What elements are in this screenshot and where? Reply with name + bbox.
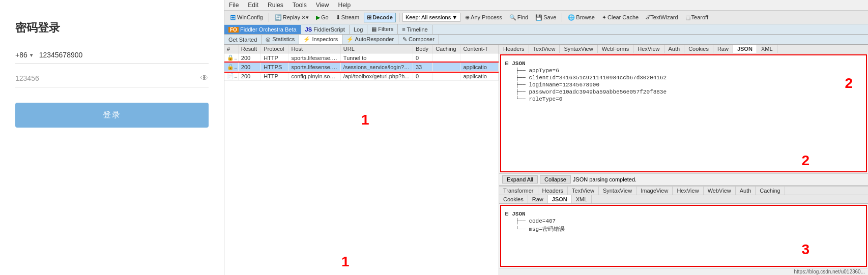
menu-tools[interactable]: Tools [291,1,308,9]
col-header-body: Body [413,45,432,53]
browse-button[interactable]: 🌐 Browse [565,13,597,22]
session-id: 📄 3 [224,72,238,81]
stream-button[interactable]: ⬇ Stream [333,13,362,22]
menu-view[interactable]: View [314,1,331,9]
inspector-bottom-tab-bar-1: Transformer Headers TextView SyntaxView … [499,187,868,195]
tab-get-started[interactable]: Get Started [224,35,262,44]
collapse-button[interactable]: Collapse [540,175,571,184]
fo-icon: FO [228,27,239,33]
json-item-password: ├── password=e10adc3949ba59abbe56e057f20… [505,88,862,96]
tab-headers-bottom[interactable]: Headers [538,187,568,195]
tab-syntaxview[interactable]: SyntaxView [560,45,597,53]
session-caching [433,72,460,81]
json-item-loginname: ├── loginName=12345678900 [505,81,862,88]
tab-json-bottom[interactable]: JSON [548,195,572,203]
menu-edit[interactable]: Edit [246,1,260,9]
autoresponder-icon: ⚡ [346,36,354,42]
any-process-button[interactable]: ⊕ Any Process [462,13,505,22]
tab-raw-bottom[interactable]: Raw [528,195,548,203]
replay-dropdown-icon: ✕▾ [301,14,309,21]
session-caching [433,53,460,63]
tearoff-button[interactable]: ⬚ Tearoff [683,13,711,22]
tab-statistics[interactable]: ◎ Statistics [262,35,299,44]
tab-textview[interactable]: TextView [529,45,560,53]
session-body: 0 [413,53,432,63]
sessions-table-wrapper[interactable]: # Result Protocol Host URL Body Caching … [224,45,499,275]
phone-input[interactable] [39,51,209,59]
go-button[interactable]: ▶ Go [313,13,331,22]
col-header-caching: Caching [433,45,460,53]
tab-auth-bottom[interactable]: Auth [736,187,756,195]
save-button[interactable]: 💾 Save [533,13,559,22]
session-result: 200 [238,53,261,63]
table-row[interactable]: 📄 3 200 HTTP config.pinyin.sogou... /api… [224,72,499,81]
col-header-result: Result [238,45,261,53]
tab-webforms[interactable]: WebForms [598,45,634,53]
tab-hexview-bottom[interactable]: HexView [673,187,703,195]
tab-imageview[interactable]: ImageView [636,187,673,195]
tab-headers[interactable]: Headers [499,45,529,53]
tab-webview[interactable]: WebView [704,187,736,195]
session-id: 🔒 2 [224,63,238,72]
tab-composer[interactable]: ✎ Composer [398,35,439,44]
country-code-selector[interactable]: +86 ▼ [15,51,34,59]
login-button[interactable]: 登录 [15,103,209,128]
tab-json-top[interactable]: JSON [733,45,757,53]
country-code-value: +86 [15,51,27,59]
replay-button[interactable]: 🔄 Replay ✕▾ [272,13,311,22]
json-item-clientid: ├── clientId=3416351c9211410984ccb67d302… [505,74,862,81]
tab-cookies[interactable]: Cookies [684,45,713,53]
decode-button[interactable]: ⊞ Decode [364,13,396,22]
table-row[interactable]: 🔒 1 200 HTTP sports.lifesense.com:443 Tu… [224,53,499,63]
table-row[interactable]: 🔒 2 200 HTTPS sports.lifesense.com /sess… [224,63,499,72]
fiddler-tab-row-1: FO Fiddler Orchestra Beta JS FiddlerScri… [224,24,868,35]
keep-session-dropdown[interactable]: Keep: All sessions ▼ [402,13,460,22]
tab-hexview[interactable]: HexView [633,45,664,53]
toolbar-sep-3 [562,13,562,22]
text-wizard-button[interactable]: 𝒯 TextWizard [643,13,680,22]
windows-icon: ⊞ [230,13,236,21]
tab-log[interactable]: Log [350,25,367,34]
login-panel: 密码登录 +86 ▼ 👁 登录 [0,0,224,275]
browse-icon: 🌐 [568,14,575,21]
tab-cookies-bottom[interactable]: Cookies [499,195,528,203]
password-visibility-icon[interactable]: 👁 [200,74,209,83]
clear-cache-button[interactable]: ✦ Clear Cache [599,13,641,22]
winconfig-button[interactable]: ⊞ WinConfig [227,12,266,22]
json-root: ⊟ JSON [505,59,862,67]
session-caching [433,63,460,72]
col-header-content: Content-T [460,45,499,53]
tab-syntaxview-bottom[interactable]: SyntaxView [599,187,636,195]
session-protocol: HTTP [261,53,288,63]
tab-timeline[interactable]: ≡ Timeline [398,25,432,34]
save-icon: 💾 [535,14,542,21]
tab-fiddler-orchestra[interactable]: FO Fiddler Orchestra Beta [224,25,301,34]
tab-autoresponder[interactable]: ⚡ AutoResponder [342,35,398,44]
menu-file[interactable]: File [227,1,240,9]
session-body: 0 [413,72,432,81]
menu-rules[interactable]: Rules [266,1,285,9]
tab-xml-bottom[interactable]: XML [572,195,592,203]
expand-all-button[interactable]: Expand All [502,175,538,184]
find-button[interactable]: 🔍 Find [507,13,531,22]
tab-inspectors[interactable]: ⚡ Inspectors [299,35,342,44]
tearoff-icon: ⬚ [685,14,690,21]
json-item-apptype: ├── appType=6 [505,67,862,74]
password-input[interactable] [15,74,200,82]
login-title: 密码登录 [15,20,60,36]
session-url: /api/toolbox/geturl.php?h... [340,72,413,81]
menu-help[interactable]: Help [337,1,353,9]
session-host: sports.lifesense.com [288,63,340,72]
decode-icon: ⊞ [367,14,371,21]
tab-auth[interactable]: Auth [664,45,685,53]
tab-xml-top[interactable]: XML [757,45,777,53]
session-url: Tunnel to [340,53,413,63]
tab-transformer[interactable]: Transformer [499,187,538,195]
tab-caching[interactable]: Caching [756,187,785,195]
tab-raw[interactable]: Raw [713,45,733,53]
tab-textview-bottom[interactable]: TextView [568,187,599,195]
tab-fiddler-script[interactable]: JS FiddlerScript [301,25,350,34]
text-wizard-icon: 𝒯 [646,14,649,21]
tab-filters[interactable]: ▦ Filters [367,24,398,34]
label-1: 1 [341,254,350,270]
